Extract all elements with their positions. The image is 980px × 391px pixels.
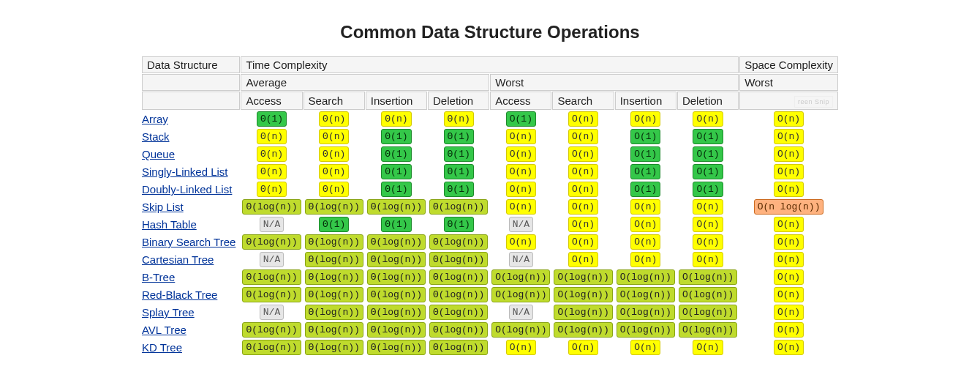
ds-link[interactable]: KD Tree — [142, 341, 182, 354]
complexity-cell: Θ(log(n)) — [366, 286, 427, 303]
complexity-cell: O(n) — [490, 181, 551, 198]
complexity-cell: Θ(log(n)) — [241, 269, 302, 286]
ds-link[interactable]: Queue — [142, 148, 175, 160]
complexity-cell: O(n) — [490, 198, 551, 215]
complexity-pill: Θ(log(n)) — [242, 199, 301, 215]
ds-link[interactable]: Array — [142, 113, 168, 125]
header-average: Average — [241, 74, 489, 91]
complexity-cell: O(n) — [615, 111, 676, 127]
complexity-cell: Θ(1) — [366, 181, 427, 198]
complexity-cell: O(log(n)) — [615, 286, 676, 303]
complexity-pill: O(log(n)) — [617, 269, 675, 285]
complexity-cell: N/A — [490, 304, 551, 321]
complexity-cell: O(n) — [490, 146, 551, 163]
table-row: AVL TreeΘ(log(n))Θ(log(n))Θ(log(n))Θ(log… — [142, 321, 838, 338]
complexity-pill: N/A — [509, 217, 533, 232]
complexity-pill: O(1) — [693, 182, 723, 197]
complexity-pill: O(n) — [568, 182, 598, 197]
complexity-pill: Θ(1) — [381, 146, 411, 162]
header-worst-access: Access — [490, 92, 551, 110]
page-title: Common Data Structure Operations — [0, 22, 980, 42]
complexity-pill: Θ(log(n)) — [305, 199, 363, 215]
complexity-pill: O(n log(n)) — [754, 199, 824, 215]
complexity-pill: N/A — [509, 252, 533, 267]
complexity-cell: O(n) — [677, 339, 739, 356]
complexity-pill: O(n) — [630, 234, 660, 250]
complexity-cell: O(n) — [552, 128, 614, 145]
ds-link[interactable]: Splay Tree — [142, 306, 195, 319]
complexity-pill: Θ(log(n)) — [429, 322, 488, 338]
complexity-cell: Θ(log(n)) — [366, 198, 427, 215]
complexity-cell: Θ(1) — [366, 146, 427, 163]
ds-name-cell: Doubly-Linked List — [142, 181, 240, 198]
complexity-pill: Θ(n) — [444, 111, 474, 127]
ds-link[interactable]: Binary Search Tree — [142, 236, 235, 248]
complexity-pill: O(n) — [774, 305, 804, 320]
complexity-pill: O(1) — [630, 164, 660, 179]
ds-link[interactable]: B-Tree — [142, 271, 175, 283]
complexity-pill: Θ(1) — [381, 129, 411, 144]
complexity-pill: O(log(n)) — [554, 269, 612, 285]
complexity-cell: O(1) — [677, 163, 739, 180]
complexity-cell: O(log(n)) — [677, 269, 739, 286]
ds-link[interactable]: Skip List — [142, 201, 184, 213]
complexity-pill: Θ(n) — [319, 182, 349, 197]
complexity-pill: O(1) — [630, 182, 660, 197]
complexity-cell: Θ(log(n)) — [366, 269, 427, 286]
complexity-cell: O(n) — [677, 234, 739, 250]
header-space-worst-blank: reen Snip — [739, 92, 838, 110]
complexity-pill: Θ(1) — [444, 164, 474, 179]
complexity-pill: Θ(n) — [319, 146, 349, 162]
complexity-cell: Θ(1) — [428, 181, 489, 198]
complexity-pill: O(log(n)) — [491, 287, 550, 302]
complexity-cell: O(log(n)) — [490, 321, 551, 338]
ds-link[interactable]: Cartesian Tree — [142, 253, 214, 266]
complexity-cell: Θ(1) — [428, 163, 489, 180]
complexity-cell: Θ(log(n)) — [304, 251, 365, 268]
complexity-cell: Θ(log(n)) — [428, 198, 489, 215]
complexity-cell: O(n) — [677, 251, 739, 268]
table-row: QueueΘ(n)Θ(n)Θ(1)Θ(1)O(n)O(n)O(1)O(1)O(n… — [142, 146, 838, 163]
complexity-cell: Θ(1) — [428, 216, 489, 233]
complexity-cell: O(1) — [615, 163, 676, 180]
complexity-pill: Θ(log(n)) — [429, 287, 488, 302]
table-row: Binary Search TreeΘ(log(n))Θ(log(n))Θ(lo… — [142, 234, 838, 250]
complexity-cell: O(n) — [677, 198, 739, 215]
complexity-pill: O(n) — [568, 199, 598, 215]
complexity-cell: O(n) — [739, 181, 838, 198]
complexity-pill: Θ(log(n)) — [367, 305, 426, 320]
complexity-cell: Θ(n) — [304, 181, 365, 198]
ds-name-cell: B-Tree — [142, 269, 240, 286]
complexity-pill: O(n) — [693, 199, 723, 215]
ds-name-cell: KD Tree — [142, 339, 240, 356]
complexity-cell: O(log(n)) — [615, 321, 676, 338]
complexity-cell: Θ(log(n)) — [304, 269, 365, 286]
ds-link[interactable]: AVL Tree — [142, 324, 186, 336]
ds-name-cell: AVL Tree — [142, 321, 240, 338]
complexity-pill: O(log(n)) — [679, 322, 737, 338]
ds-link[interactable]: Stack — [142, 130, 170, 143]
complexity-cell: O(n) — [615, 234, 676, 250]
complexity-cell: N/A — [241, 251, 302, 268]
complexity-cell: Θ(log(n)) — [241, 286, 302, 303]
table-row: StackΘ(n)Θ(n)Θ(1)Θ(1)O(n)O(n)O(1)O(1)O(n… — [142, 128, 838, 145]
complexity-pill: Θ(n) — [257, 182, 287, 197]
complexity-cell: O(log(n)) — [677, 304, 739, 321]
complexity-cell: O(n) — [739, 286, 838, 303]
complexity-cell: O(1) — [490, 111, 551, 127]
complexity-cell: O(log(n)) — [552, 286, 614, 303]
ds-link[interactable]: Doubly-Linked List — [142, 183, 232, 196]
ds-link[interactable]: Singly-Linked List — [142, 165, 228, 178]
complexity-cell: O(log(n)) — [552, 321, 614, 338]
complexity-pill: Θ(log(n)) — [305, 305, 363, 320]
complexity-pill: Θ(log(n)) — [429, 234, 488, 250]
complexity-cell: O(log(n)) — [677, 321, 739, 338]
complexity-pill: Θ(log(n)) — [305, 287, 363, 302]
ds-link[interactable]: Hash Table — [142, 218, 197, 231]
complexity-cell: O(log(n)) — [490, 269, 551, 286]
ds-link[interactable]: Red-Black Tree — [142, 288, 217, 301]
complexity-cell: O(1) — [615, 181, 676, 198]
complexity-cell: O(n) — [739, 111, 838, 127]
complexity-cell: O(log(n)) — [615, 304, 676, 321]
header-space-worst: Worst — [739, 74, 838, 91]
